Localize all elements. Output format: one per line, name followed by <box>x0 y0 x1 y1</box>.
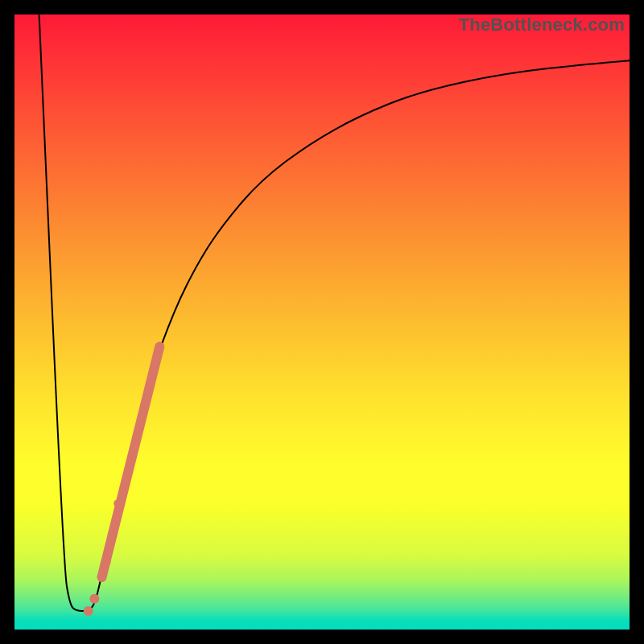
marker-point <box>108 530 116 539</box>
marker-band <box>101 347 159 578</box>
plot-area: TheBottleneck.com <box>14 14 630 630</box>
marker-point <box>103 558 111 566</box>
marker-point <box>84 606 93 616</box>
chart-svg <box>14 14 630 630</box>
marker-point <box>114 499 122 507</box>
marker-layer <box>84 347 160 617</box>
chart-frame: TheBottleneck.com <box>0 0 644 644</box>
marker-point <box>89 594 99 604</box>
bottleneck-curve <box>39 14 630 611</box>
